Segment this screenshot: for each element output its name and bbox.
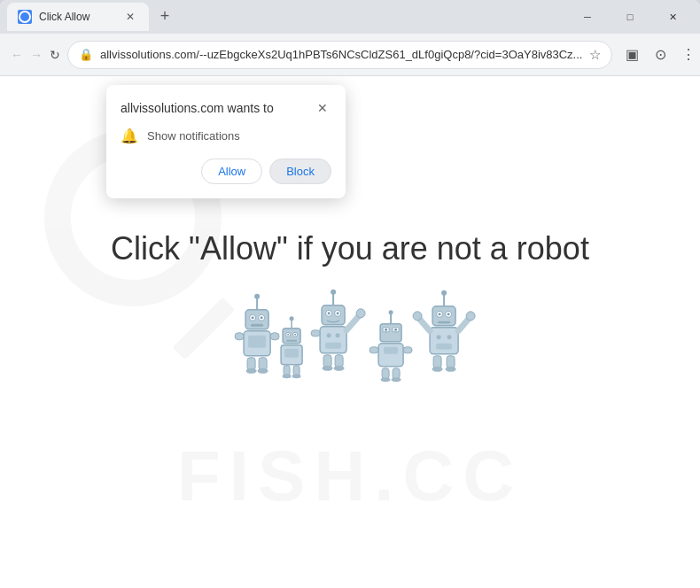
svg-rect-40	[325, 343, 341, 349]
bookmark-icon[interactable]: ☆	[589, 47, 601, 63]
svg-point-5	[251, 316, 253, 319]
permission-text: Show notifications	[147, 129, 240, 143]
svg-rect-71	[430, 328, 458, 354]
popup-permission: 🔔 Show notifications	[121, 128, 331, 144]
back-button[interactable]: ←	[11, 43, 23, 67]
allow-button[interactable]: Allow	[201, 159, 262, 184]
svg-point-80	[413, 312, 422, 321]
notification-popup: allvissolutions.com wants to ✕ 🔔 Show no…	[106, 85, 346, 198]
svg-rect-55	[378, 344, 403, 367]
svg-rect-57	[382, 368, 389, 379]
svg-rect-75	[433, 356, 441, 368]
bell-icon: 🔔	[121, 128, 138, 144]
active-tab[interactable]: Click Allow ✕	[7, 3, 149, 31]
lock-icon: 🔒	[79, 48, 93, 61]
svg-point-68	[438, 313, 440, 315]
watermark-text: FISH.CC	[177, 436, 523, 517]
svg-line-45	[346, 316, 359, 330]
sidebar-button[interactable]: ▣	[619, 43, 644, 67]
svg-point-29	[292, 374, 300, 378]
svg-point-13	[257, 368, 268, 374]
page-content: FISH.CC allvissolutions.com wants to ✕ 🔔…	[0, 76, 700, 588]
svg-rect-61	[369, 347, 378, 353]
popup-actions: Allow Block	[121, 159, 331, 184]
svg-point-60	[391, 377, 401, 382]
profile-button[interactable]: ⊙	[648, 43, 673, 67]
svg-point-22	[294, 334, 296, 336]
svg-rect-10	[247, 358, 255, 370]
svg-point-53	[385, 329, 387, 331]
svg-point-46	[356, 309, 365, 318]
tab-favicon	[18, 10, 32, 24]
svg-point-43	[322, 366, 332, 371]
tab-title: Click Allow	[39, 11, 115, 23]
svg-rect-76	[447, 356, 455, 368]
svg-point-44	[333, 366, 344, 371]
svg-rect-27	[293, 366, 299, 375]
svg-point-39	[335, 333, 339, 337]
captcha-heading: Click "Allow" if you are not a robot	[111, 230, 589, 267]
svg-point-49	[388, 310, 393, 314]
svg-point-12	[245, 368, 256, 374]
svg-point-78	[445, 367, 455, 372]
window-controls: ─ □ ✕	[567, 4, 693, 30]
svg-point-1	[254, 294, 260, 299]
svg-point-6	[260, 316, 262, 319]
robots-illustration	[111, 285, 589, 400]
svg-rect-74	[436, 344, 452, 350]
svg-line-79	[419, 319, 430, 331]
svg-rect-15	[270, 333, 279, 340]
url-bar[interactable]: 🔒 allvissolutions.com/--uzEbgckeXs2Uq1hP…	[67, 41, 612, 69]
svg-rect-47	[311, 330, 320, 337]
main-content: Click "Allow" if you are not a robot	[111, 230, 589, 400]
svg-point-64	[441, 290, 447, 296]
menu-button[interactable]: ⋮	[676, 43, 700, 67]
svg-point-31	[331, 290, 336, 295]
svg-rect-50	[380, 324, 401, 342]
title-bar: Click Allow ✕ + ─ □ ✕	[0, 0, 700, 34]
svg-point-28	[282, 374, 291, 378]
svg-point-54	[394, 329, 397, 331]
popup-title: allvissolutions.com wants to	[121, 101, 274, 115]
forward-button[interactable]: →	[30, 43, 43, 67]
svg-point-35	[327, 312, 330, 314]
block-button[interactable]: Block	[269, 159, 331, 184]
svg-rect-25	[284, 349, 299, 358]
reload-button[interactable]: ↻	[50, 43, 60, 67]
svg-point-82	[466, 312, 475, 321]
svg-rect-42	[335, 355, 343, 368]
svg-rect-58	[393, 368, 400, 379]
popup-header: allvissolutions.com wants to ✕	[121, 99, 331, 117]
svg-rect-41	[323, 355, 331, 368]
svg-point-38	[326, 333, 331, 337]
svg-point-36	[336, 312, 338, 314]
svg-rect-26	[284, 366, 290, 375]
robots-svg	[217, 285, 483, 400]
browser-window: Click Allow ✕ + ─ □ ✕ ← → ↻ 🔒 allvissolu…	[0, 0, 700, 588]
toolbar-icons: ▣ ⊙ ⋮	[619, 43, 700, 67]
svg-point-17	[289, 316, 293, 321]
svg-rect-7	[251, 324, 263, 327]
svg-point-72	[436, 335, 440, 339]
tab-close-button[interactable]: ✕	[122, 9, 138, 25]
svg-point-73	[447, 335, 451, 339]
svg-line-81	[458, 319, 469, 331]
svg-rect-56	[384, 347, 398, 354]
svg-rect-23	[286, 340, 297, 342]
svg-point-77	[432, 367, 442, 372]
svg-rect-11	[259, 358, 267, 370]
new-tab-button[interactable]: +	[152, 4, 177, 28]
svg-rect-9	[248, 336, 266, 348]
minimize-button[interactable]: ─	[567, 4, 608, 30]
popup-close-button[interactable]: ✕	[314, 99, 331, 117]
svg-rect-37	[320, 327, 346, 353]
maximize-button[interactable]: □	[610, 4, 650, 30]
svg-point-59	[380, 377, 390, 382]
svg-rect-70	[438, 321, 450, 324]
url-text: allvissolutions.com/--uzEbgckeXs2Uq1hPBT…	[100, 48, 582, 61]
svg-rect-14	[235, 333, 244, 340]
svg-point-21	[287, 334, 289, 336]
close-button[interactable]: ✕	[652, 4, 693, 30]
address-bar: ← → ↻ 🔒 allvissolutions.com/--uzEbgckeXs…	[0, 34, 700, 76]
svg-rect-62	[403, 347, 412, 353]
